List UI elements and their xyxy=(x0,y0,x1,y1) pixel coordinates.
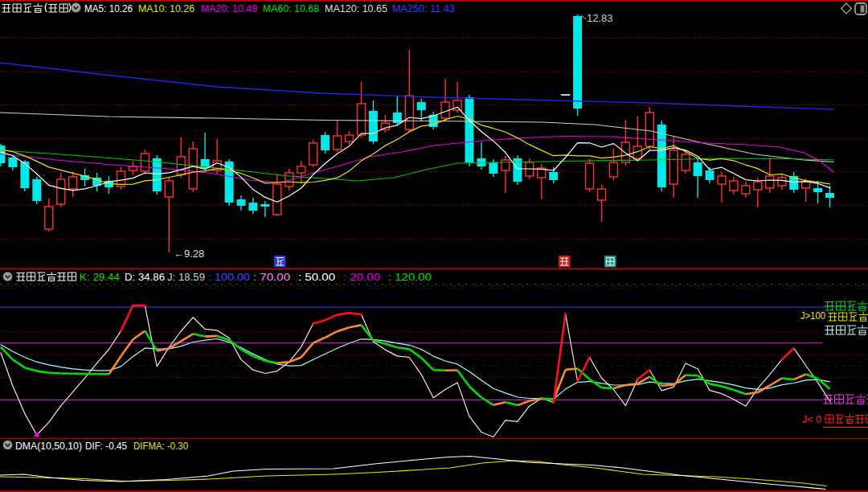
svg-text:J>100: J>100 xyxy=(800,310,825,322)
svg-text:MA250: 11.43: MA250: 11.43 xyxy=(392,2,455,14)
svg-text:DIF: -0.45: DIF: -0.45 xyxy=(85,441,127,452)
svg-text:MA10: 10.26: MA10: 10.26 xyxy=(138,2,194,14)
svg-text:: 50.00: : 50.00 xyxy=(298,272,335,283)
svg-text:MA5: 10.26: MA5: 10.26 xyxy=(84,2,133,14)
svg-text:K: 29.44: K: 29.44 xyxy=(80,272,120,283)
svg-text:J< 0: J< 0 xyxy=(802,414,821,425)
svg-text:MA60: 10.68: MA60: 10.68 xyxy=(263,2,319,14)
svg-text:: 120.00: : 120.00 xyxy=(388,272,432,283)
svg-text:MA20: 10.49: MA20: 10.49 xyxy=(201,2,257,14)
svg-text:←9.28: ←9.28 xyxy=(174,248,204,260)
svg-text:DMA(10,50,10): DMA(10,50,10) xyxy=(15,441,82,452)
svg-text:: 20.00: : 20.00 xyxy=(343,272,380,283)
svg-text:: 70.00: : 70.00 xyxy=(253,272,290,283)
svg-text:MA120: 10.65: MA120: 10.65 xyxy=(325,2,387,14)
svg-text:12.83: 12.83 xyxy=(587,12,613,24)
svg-text:J: 18.59: J: 18.59 xyxy=(167,272,205,283)
svg-text:D: 34.86: D: 34.86 xyxy=(125,272,165,283)
svg-text:: 100.00: : 100.00 xyxy=(208,272,250,283)
svg-text:DIFMA: -0.30: DIFMA: -0.30 xyxy=(133,441,188,452)
